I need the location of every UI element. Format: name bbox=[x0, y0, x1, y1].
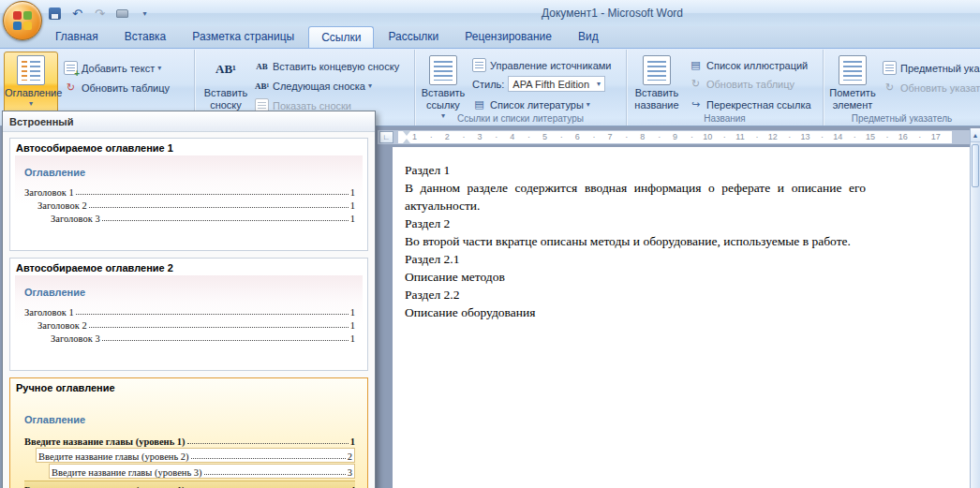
doc-line: В данном разделе содержится вводная инфо… bbox=[405, 179, 866, 197]
dotted-leader bbox=[191, 458, 346, 459]
office-button[interactable] bbox=[3, 1, 42, 40]
show-notes-label: Показать сноски bbox=[273, 100, 351, 111]
gallery-items: Автособираемое оглавление 1 Оглавление З… bbox=[3, 132, 375, 488]
qat-customize-icon[interactable]: ▾ bbox=[137, 6, 153, 22]
dotted-leader bbox=[89, 327, 349, 328]
doc-line: Во второй части вкратце описаны методы и… bbox=[405, 232, 870, 250]
redo-icon[interactable]: ↷ bbox=[92, 6, 108, 22]
horizontal-ruler[interactable]: ∟ 1 2 3 4 5 6 7 8 9 10 11 12 13 14 15 16… bbox=[378, 130, 971, 144]
cross-reference-button[interactable]: ↪ Перекрестная ссылка bbox=[689, 96, 811, 113]
scrollbar-thumb[interactable] bbox=[972, 144, 979, 187]
toc-entry-text: Заголовок 1 bbox=[24, 187, 74, 198]
doc-line: Раздел 1 bbox=[405, 161, 870, 179]
update-index-button[interactable]: ↻ Обновить указат bbox=[883, 79, 980, 96]
tab-selector[interactable]: ∟ bbox=[379, 131, 393, 143]
update-index-icon: ↻ bbox=[883, 81, 897, 94]
bibliography-button[interactable]: ▤ Список литературы ▾ bbox=[472, 96, 590, 113]
scroll-up-icon[interactable]: ▲ bbox=[971, 128, 980, 142]
toc-entry-page: 1 bbox=[350, 214, 355, 224]
toc-entry: Заголовок 1 1 bbox=[24, 304, 355, 318]
tab-insert[interactable]: Вставка bbox=[112, 26, 179, 48]
add-text-button[interactable]: Добавить текст ▾ bbox=[64, 59, 161, 77]
group-label-citations[interactable]: Ссылки и списки литературы bbox=[415, 113, 626, 124]
ruler-number: 4 bbox=[496, 131, 528, 143]
window-title: Документ1 - Microsoft Word bbox=[542, 7, 683, 20]
manage-sources-button[interactable]: Управление источниками bbox=[472, 56, 611, 74]
chevron-down-icon: ▾ bbox=[5, 99, 57, 108]
ruler-number: 8 bbox=[626, 131, 659, 143]
doc-line: актуальности. bbox=[405, 197, 870, 214]
toc-style-manual[interactable]: Ручное оглавление Оглавление Введите наз… bbox=[9, 377, 368, 488]
chevron-down-icon: ▾ bbox=[368, 81, 372, 90]
next-footnote-button[interactable]: AB¹ Следующая сноска ▾ bbox=[255, 77, 372, 95]
insert-endnote-label: Вставить концевую сноску bbox=[273, 61, 399, 72]
mark-entry-label-2: элемент bbox=[827, 99, 878, 111]
toc-entry: Введите название главы (уровень 1) 4 bbox=[24, 481, 355, 488]
update-table-icon: ↻ bbox=[64, 81, 78, 94]
group-label-captions[interactable]: Названия bbox=[627, 113, 823, 124]
toc-entry: Заголовок 2 1 bbox=[37, 318, 355, 331]
style-combobox[interactable]: APA Fifth Edition ▾ bbox=[508, 76, 605, 92]
bibliography-label: Список литературы bbox=[490, 99, 584, 111]
tab-mailings[interactable]: Рассылки bbox=[376, 26, 451, 48]
tab-home[interactable]: Главная bbox=[43, 26, 111, 48]
toc-entry-text: Введите название главы (уровень 2) bbox=[38, 451, 189, 462]
toc-entry-text: Введите название главы (уровень 1) bbox=[24, 436, 186, 447]
doc-line: Раздел 2.2 bbox=[405, 286, 870, 303]
doc-line: Раздел 2.1 bbox=[405, 250, 870, 268]
toc-preview-heading: Оглавление bbox=[24, 287, 359, 298]
dotted-leader bbox=[76, 194, 349, 195]
update-index-label: Обновить указат bbox=[900, 82, 980, 94]
table-of-figures-button[interactable]: ▤ Список иллюстраций bbox=[689, 56, 808, 74]
print-icon[interactable] bbox=[114, 6, 130, 22]
toc-entry: Введите название главы (уровень 3) 3 bbox=[49, 464, 355, 479]
ruler-number: 10 bbox=[691, 131, 724, 143]
insert-caption-button[interactable]: Вставить название bbox=[630, 52, 684, 121]
update-figures-table-button[interactable]: ↻ Обновить таблицу bbox=[689, 75, 794, 93]
insert-caption-icon bbox=[643, 55, 671, 85]
tab-references[interactable]: Ссылки bbox=[308, 26, 374, 48]
insert-citation-button[interactable]: Вставить ссылку ▾ bbox=[418, 52, 468, 121]
toc-preview-heading: Оглавление bbox=[24, 167, 359, 178]
toc-style-automatic-1[interactable]: Автособираемое оглавление 1 Оглавление З… bbox=[9, 138, 368, 251]
tab-page-layout[interactable]: Разметка страницы bbox=[180, 26, 306, 48]
manage-sources-label: Управление источниками bbox=[490, 60, 611, 71]
mark-entry-label-1: Пометить bbox=[827, 87, 878, 99]
ruler-number: 7 bbox=[594, 131, 627, 143]
insert-index-button[interactable]: Предметный указ bbox=[883, 59, 980, 77]
ruler-number: 12 bbox=[756, 131, 789, 143]
toc-style-automatic-2[interactable]: Автособираемое оглавление 2 Оглавление З… bbox=[9, 258, 368, 371]
doc-line: Раздел 2 bbox=[405, 214, 870, 232]
toc-style-title: Автособираемое оглавление 2 bbox=[16, 262, 363, 274]
dotted-leader bbox=[187, 443, 349, 444]
style-row: Стиль: APA Fifth Edition ▾ bbox=[472, 75, 605, 93]
doc-line: Описание методов bbox=[405, 268, 870, 286]
ruler-number: 6 bbox=[561, 131, 594, 143]
update-table-button[interactable]: ↻ Обновить таблицу bbox=[64, 79, 170, 96]
dotted-leader bbox=[102, 220, 349, 221]
mark-entry-icon bbox=[839, 55, 867, 85]
ruler-number: 9 bbox=[659, 131, 691, 143]
mark-entry-button[interactable]: Пометить элемент bbox=[826, 52, 879, 121]
document-page[interactable]: Раздел 1 В данном разделе содержится вво… bbox=[393, 147, 972, 488]
vertical-scrollbar[interactable]: ▲ bbox=[970, 128, 980, 488]
save-icon[interactable] bbox=[47, 6, 63, 22]
toc-entry-page: 1 bbox=[350, 200, 355, 211]
group-captions: Вставить название ▤ Список иллюстраций ↻… bbox=[627, 50, 824, 126]
word-window: Документ1 - Microsoft Word ↶ ↷ ▾ Главная… bbox=[0, 0, 980, 488]
tab-view[interactable]: Вид bbox=[566, 26, 611, 48]
ribbon-tabs: Главная Вставка Разметка страницы Ссылки… bbox=[43, 26, 611, 48]
ruler-scale: 1 2 3 4 5 6 7 8 9 10 11 12 13 14 15 16 1… bbox=[398, 131, 952, 143]
toc-entry-page: 1 bbox=[350, 333, 355, 344]
undo-icon[interactable]: ↶ bbox=[69, 6, 85, 22]
toc-preview: Оглавление Заголовок 1 1 Заголовок 2 1 З… bbox=[15, 275, 363, 365]
tab-review[interactable]: Рецензирование bbox=[453, 26, 564, 48]
group-label-index[interactable]: Предметный указатель bbox=[824, 113, 980, 124]
dotted-leader bbox=[102, 340, 349, 341]
group-index: Пометить элемент Предметный указ ↻ Обнов… bbox=[824, 50, 980, 126]
toc-entry-text: Заголовок 3 bbox=[51, 214, 100, 224]
ruler-number: 11 bbox=[724, 131, 757, 143]
insert-endnote-button[interactable]: AB Вставить концевую сноску bbox=[255, 57, 399, 75]
ruler-number: 2 bbox=[431, 131, 464, 143]
toc-entry-text: Заголовок 2 bbox=[37, 200, 87, 211]
